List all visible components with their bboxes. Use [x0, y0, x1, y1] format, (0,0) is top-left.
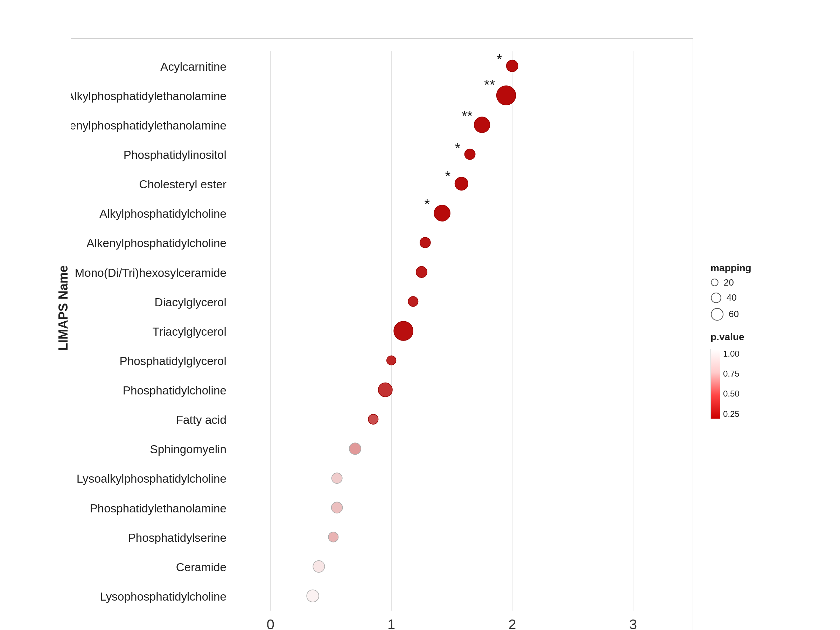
- svg-point-0: [711, 279, 718, 286]
- y-tick-label: Phosphatidylserine: [128, 531, 226, 544]
- y-tick-label: Lysoalkylphosphatidylcholine: [77, 472, 226, 485]
- x-tick-label: 0: [267, 617, 275, 630]
- legend-circle-row: 60: [711, 308, 791, 321]
- data-point: [507, 60, 518, 72]
- data-point: [306, 590, 319, 602]
- legend-circle-label: 20: [724, 277, 734, 288]
- x-tick-label: 2: [508, 617, 516, 630]
- data-point: [349, 443, 361, 454]
- legend-circles: 20 40 60: [711, 277, 791, 321]
- legend-circle-icon: [711, 292, 722, 303]
- legend-circle-icon: [711, 308, 724, 321]
- legend-area: mapping 20 40 60 p.value 1.00: [693, 38, 791, 630]
- mapping-legend-title: mapping: [711, 262, 791, 274]
- y-tick-label: Ceramide: [176, 561, 226, 574]
- legend-circle-icon: [711, 278, 719, 287]
- chart-and-legend: 0123AcylcarnitineAlkylphosphatidylethano…: [71, 38, 791, 630]
- svg-point-2: [711, 308, 723, 320]
- x-tick-label: 1: [387, 617, 395, 630]
- gradient-label: 0.75: [723, 369, 739, 379]
- chart-container: LIMAPS Name 0123AcylcarnitineAlkylphosph…: [35, 17, 805, 613]
- y-tick-label: Alkylphosphatidylethanolamine: [71, 90, 226, 103]
- gradient-labels: 1.000.750.500.25: [723, 349, 739, 419]
- data-point: [497, 86, 516, 105]
- data-point: [434, 205, 450, 221]
- sig-stars: **: [484, 77, 495, 92]
- legend-circle-row: 40: [711, 292, 791, 303]
- data-point: [332, 473, 342, 483]
- plot-area: 0123AcylcarnitineAlkylphosphatidylethano…: [71, 38, 791, 578]
- y-tick-label: Alkylphosphatidylcholine: [99, 207, 226, 220]
- pvalue-legend: p.value 1.000.750.500.25: [711, 332, 791, 419]
- y-tick-label: Diacylglycerol: [155, 296, 226, 309]
- gradient-label: 0.50: [723, 389, 739, 399]
- sig-stars: *: [445, 168, 451, 184]
- data-point: [416, 266, 427, 278]
- pvalue-legend-title: p.value: [711, 332, 791, 343]
- y-tick-label: Acylcarnitine: [160, 60, 226, 73]
- data-point: [394, 321, 413, 341]
- sig-stars: **: [462, 108, 472, 123]
- sig-stars: *: [497, 51, 502, 67]
- chart-frame: 0123AcylcarnitineAlkylphosphatidylethano…: [71, 38, 693, 630]
- y-axis-label: LIMAPS Name: [49, 38, 71, 578]
- data-point: [465, 149, 475, 159]
- data-point: [332, 502, 343, 513]
- data-point: [408, 297, 418, 306]
- x-tick-label: 3: [629, 617, 637, 630]
- data-point: [313, 561, 324, 572]
- y-tick-label: Triacylglycerol: [152, 325, 226, 338]
- y-tick-label: Lysophosphatidylcholine: [100, 590, 226, 603]
- y-tick-label: Cholesteryl ester: [139, 178, 226, 191]
- gradient-label: 1.00: [723, 349, 739, 359]
- gradient-label: 0.25: [723, 409, 739, 419]
- legend-circle-row: 20: [711, 277, 791, 288]
- legend-circle-label: 60: [729, 309, 739, 319]
- legend-circle-label: 40: [726, 292, 737, 303]
- svg-point-1: [711, 293, 721, 303]
- data-point: [420, 237, 431, 248]
- data-point: [455, 177, 468, 190]
- y-tick-label: Phosphatidylethanolamine: [90, 502, 226, 515]
- sig-stars: *: [424, 196, 430, 212]
- y-tick-label: Fatty acid: [176, 413, 226, 426]
- y-tick-label: Sphingomyelin: [150, 443, 226, 456]
- y-tick-label: Alkenylphosphatidylethanolamine: [71, 119, 226, 132]
- mapping-legend: mapping 20 40 60: [711, 262, 791, 321]
- y-tick-label: Phosphatidylglycerol: [120, 355, 226, 368]
- gradient-row: 1.000.750.500.25: [711, 349, 791, 419]
- chart-svg: 0123AcylcarnitineAlkylphosphatidylethano…: [71, 39, 693, 630]
- y-tick-label: Phosphatidylcholine: [123, 384, 226, 397]
- data-point: [378, 383, 392, 397]
- data-point: [474, 117, 490, 133]
- y-tick-label: Phosphatidylinositol: [123, 148, 226, 161]
- data-point: [387, 355, 396, 365]
- y-tick-label: Alkenylphosphatidylcholine: [87, 237, 226, 249]
- data-point: [328, 532, 338, 542]
- data-point: [368, 414, 378, 424]
- y-tick-label: Mono(Di/Tri)hexosylceramide: [74, 266, 226, 279]
- sig-stars: *: [455, 141, 461, 156]
- gradient-bar: [711, 349, 720, 419]
